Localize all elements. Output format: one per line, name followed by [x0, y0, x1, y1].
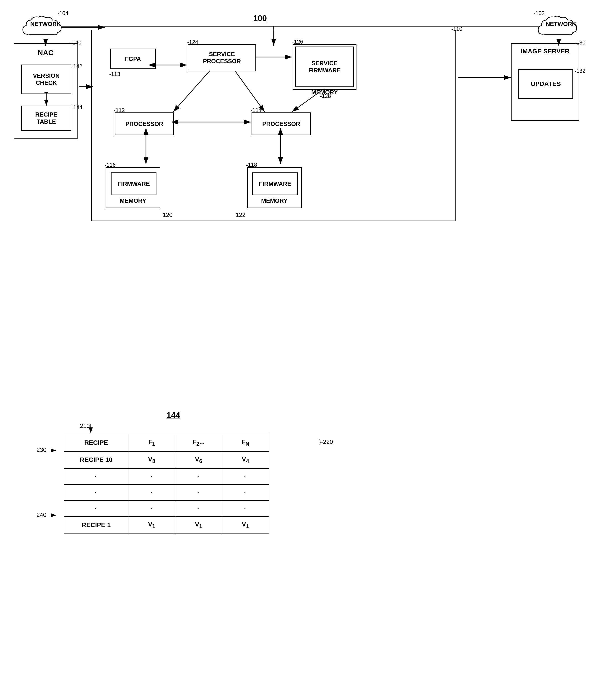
processor-left-box: PROCESSOR	[115, 112, 174, 135]
cell-recipe10: RECIPE 10	[64, 451, 128, 469]
service-processor-ref: -124	[187, 39, 198, 45]
cloud-left-ref: -104	[57, 10, 69, 17]
table-row: RECIPE 1 V1 V1 V1	[64, 517, 269, 534]
cell-dot9: ·	[64, 500, 128, 517]
cell-v1b: V1	[175, 517, 222, 534]
top-diagram: 100	[14, 14, 588, 237]
processor-right-label: PROCESSOR	[262, 120, 300, 127]
col-header-f1: F1	[128, 434, 175, 451]
col-header-f2: F2...	[175, 434, 222, 451]
cell-v1c: V1	[222, 517, 269, 534]
cell-dot2: ·	[128, 469, 175, 484]
nac-box: NAC -140 VERSIONCHECK -142	[14, 43, 78, 139]
cell-dot6: ·	[128, 484, 175, 500]
cell-dot5: ·	[64, 484, 128, 500]
service-firmware-ref: -126	[292, 39, 303, 45]
version-check-box: VERSIONCHECK	[21, 65, 71, 94]
fgpa-label: FGPA	[125, 55, 141, 62]
service-processor-label: SERVICEPROCESSOR	[203, 51, 241, 65]
cell-dot12: ·	[222, 500, 269, 517]
nac-ref: -140	[71, 40, 81, 46]
service-firmware-label: SERVICEFIRMWARE	[308, 60, 341, 74]
cell-v6: V6	[175, 451, 222, 469]
processor-left-ref: -112	[114, 107, 125, 114]
recipe-table-ref: -144	[71, 104, 82, 110]
cell-dot1: ·	[64, 469, 128, 484]
ref-220: }-220	[319, 439, 333, 446]
table-row: · · · ·	[64, 469, 269, 484]
firmware-left-inner: FIRMWARE	[111, 172, 156, 195]
updates-label: UPDATES	[531, 80, 561, 88]
cell-dot8: ·	[222, 484, 269, 500]
firmware-left-subref: 120	[162, 211, 172, 219]
firmware-right-label: FIRMWARE	[259, 180, 291, 188]
firmware-right-inner: FIRMWARE	[252, 172, 298, 195]
updates-box: UPDATES	[519, 69, 573, 99]
image-server-label: IMAGE SERVER	[521, 48, 570, 55]
main-box-ref: -110	[451, 26, 462, 32]
image-server-box: IMAGE SERVER -130 UPDATES -132	[511, 43, 579, 121]
firmware-left-sublabel: MEMORY	[120, 197, 146, 204]
firmware-right-sublabel: MEMORY	[261, 197, 287, 204]
recipe-table-label: RECIPETABLE	[35, 111, 57, 125]
cloud-right-label: NETWORK	[538, 21, 584, 28]
table-row: RECIPE 10 V8 V6 V4	[64, 451, 269, 469]
firmware-left-ref: -116	[105, 162, 116, 168]
cloud-right-ref: -102	[534, 10, 545, 17]
ref-210: 210	[80, 422, 90, 429]
col-header-fn: FN	[222, 434, 269, 451]
updates-ref: -132	[575, 68, 585, 74]
version-check-label: VERSIONCHECK	[33, 72, 59, 86]
recipe-table-diagram-ref: 144	[36, 410, 310, 420]
cloud-left: NETWORK -104	[18, 14, 73, 44]
cloud-left-label: NETWORK	[23, 21, 69, 28]
cell-v1a: V1	[128, 517, 175, 534]
firmware-right-box: FIRMWARE MEMORY	[247, 167, 302, 208]
service-firmware-subref: -128	[320, 93, 331, 99]
cell-dot3: ·	[175, 469, 222, 484]
cell-dot4: ·	[222, 469, 269, 484]
recipe-table: RECIPE F1 F2... FN RECIPE 10 V8 V6 V4 ·	[64, 434, 269, 534]
fgpa-ref: -113	[109, 71, 120, 77]
fgpa-box: FGPA	[110, 49, 156, 69]
recipe-table-box: RECIPETABLE	[21, 106, 71, 131]
cell-dot10: ·	[128, 500, 175, 517]
processor-right-box: PROCESSOR	[252, 112, 311, 135]
processor-right-ref: -114	[251, 107, 261, 114]
processor-left-label: PROCESSOR	[125, 120, 163, 127]
ref-240: 240	[36, 511, 46, 519]
page: 100	[0, 0, 603, 700]
firmware-left-label: FIRMWARE	[118, 180, 150, 188]
table-row: · · · ·	[64, 500, 269, 517]
table-row: · · · ·	[64, 484, 269, 500]
cell-recipe1: RECIPE 1	[64, 517, 128, 534]
cell-v4: V4	[222, 451, 269, 469]
main-box: -110 FGPA -113 SERVICEPROCESSOR -124 SER…	[91, 30, 456, 221]
bottom-diagram: 144 210 230	[36, 410, 310, 534]
version-check-ref: -142	[71, 63, 82, 70]
service-firmware-box: SERVICEFIRMWARE MEMORY	[293, 44, 356, 90]
ref-230: 230	[36, 446, 46, 453]
cell-dot11: ·	[175, 500, 222, 517]
cell-v8: V8	[128, 451, 175, 469]
cell-dot7: ·	[175, 484, 222, 500]
col-header-recipe: RECIPE	[64, 434, 128, 451]
firmware-right-subref: 122	[235, 211, 245, 219]
service-processor-box: SERVICEPROCESSOR	[188, 44, 256, 71]
firmware-left-box: FIRMWARE MEMORY	[106, 167, 160, 208]
firmware-right-ref: -118	[246, 162, 257, 168]
image-server-ref: -130	[575, 40, 585, 46]
system-ref-label: 100	[253, 14, 267, 23]
nac-label: NAC	[37, 49, 53, 57]
